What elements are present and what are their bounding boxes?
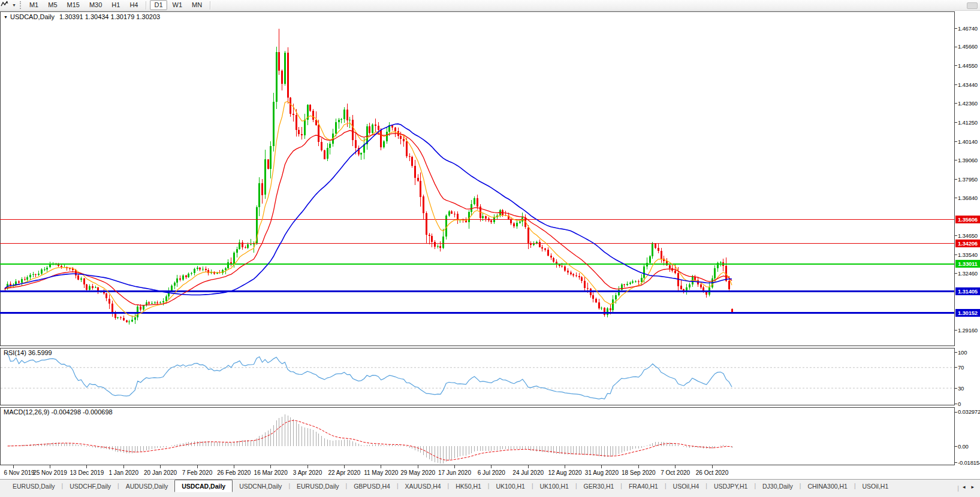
tab-scroll-controls: |◂▸ bbox=[957, 480, 980, 492]
price-axis[interactable] bbox=[955, 11, 980, 465]
tab-gbpusd-h4[interactable]: GBPUSD,H4 bbox=[347, 480, 397, 492]
symbol-tabbar: EURUSD,Daily|USDCHF,Daily|AUDUSD,DailyUS… bbox=[0, 479, 980, 497]
tab-usdcad-daily[interactable]: USDCAD,Daily bbox=[174, 480, 233, 492]
tab-ger30-h1[interactable]: GER30,H1 bbox=[577, 480, 621, 492]
symbol-dropdown-icon[interactable]: ▼ bbox=[4, 15, 8, 19]
tab-uk100-h1[interactable]: UK100,H1 bbox=[533, 480, 575, 492]
tab-usoil-h4[interactable]: USOil,H4 bbox=[667, 480, 706, 492]
macd-name: MACD(12,26,9) bbox=[4, 408, 49, 416]
rsi-label: RSI(14) 36.5999 bbox=[4, 349, 52, 356]
macd-label: MACD(12,26,9) -0.004298 -0.000698 bbox=[4, 408, 113, 416]
tab-usoil-h1[interactable]: USOil,H1 bbox=[856, 480, 895, 492]
tab-eurusd-daily[interactable]: EURUSD,Daily bbox=[6, 480, 62, 492]
tab-scroll-left-icon[interactable]: ◂ bbox=[960, 484, 968, 490]
panel-frames bbox=[1, 12, 955, 465]
tab-eurusd-daily[interactable]: EURUSD,Daily bbox=[290, 480, 346, 492]
mt4-chart-window: ▼ M1M5M15M30H1H4D1W1MN ▼USDCAD,Daily1.30… bbox=[0, 0, 980, 497]
rsi-value: 36.5999 bbox=[28, 349, 52, 356]
tab-separator: | bbox=[957, 485, 959, 492]
date-axis[interactable] bbox=[0, 465, 955, 478]
macd-values: -0.004298 -0.000698 bbox=[51, 408, 112, 416]
tab-audusd-daily[interactable]: AUDUSD,Daily bbox=[119, 480, 175, 492]
tab-usdcnh-daily[interactable]: USDCNH,Daily bbox=[233, 480, 288, 492]
tab-fra40-h1[interactable]: FRA40,H1 bbox=[622, 480, 665, 492]
tab-dj30-daily[interactable]: DJ30,Daily bbox=[756, 480, 800, 492]
tab-scroll-right-icon[interactable]: ▸ bbox=[969, 484, 976, 490]
tab-hk50-h1[interactable]: HK50,H1 bbox=[449, 480, 488, 492]
rsi-name: RSI(14) bbox=[4, 349, 26, 356]
tab-usdchf-daily[interactable]: USDCHF,Daily bbox=[63, 480, 117, 492]
chart-symbol-label: USDCAD,Daily bbox=[10, 13, 55, 20]
tab-china300-h1[interactable]: CHINA300,H1 bbox=[801, 480, 854, 492]
tab-xauusd-h4[interactable]: XAUUSD,H4 bbox=[398, 480, 447, 492]
chart-title: ▼USDCAD,Daily1.30391 1.30434 1.30179 1.3… bbox=[4, 13, 160, 20]
tab-uk100-h1[interactable]: UK100,H1 bbox=[489, 480, 531, 492]
chart-ohlc-values: 1.30391 1.30434 1.30179 1.30203 bbox=[59, 13, 160, 20]
chart-canvas[interactable] bbox=[0, 0, 980, 497]
tab-usdjpy-h1[interactable]: USDJPY,H1 bbox=[707, 480, 754, 492]
